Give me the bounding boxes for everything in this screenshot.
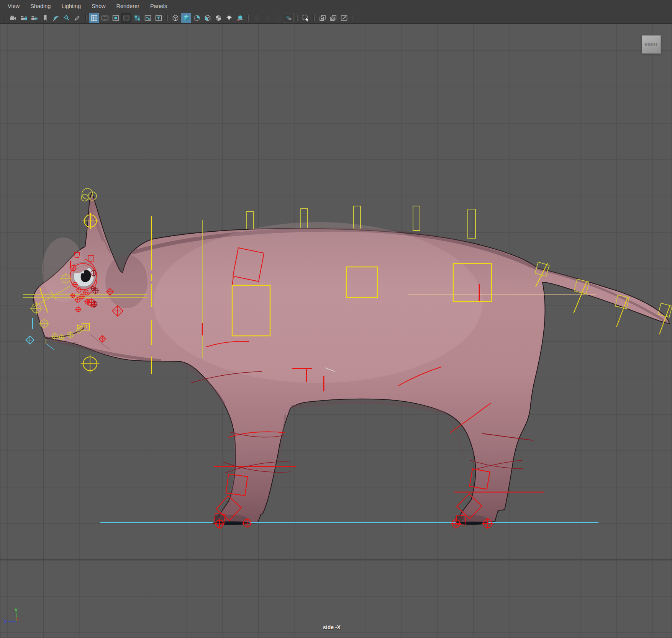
isolate-select-icon: [302, 14, 310, 22]
toolbar-separator: [85, 15, 87, 21]
smooth-shade-icon: [182, 14, 190, 22]
motion-blur-button[interactable]: [262, 13, 272, 23]
toolbar-separator: [297, 15, 298, 21]
frame-selected-icon: [63, 14, 70, 22]
safe-title-icon: [155, 14, 162, 22]
tear-off-copy-icon: [319, 14, 326, 22]
safe-action-button[interactable]: [143, 13, 153, 23]
camera-button[interactable]: [8, 13, 18, 23]
textured-icon: [204, 14, 211, 22]
menu-show[interactable]: Show: [86, 0, 111, 12]
shadows-button[interactable]: [235, 13, 245, 23]
menu-renderer[interactable]: Renderer: [111, 0, 144, 12]
smooth-shade-button[interactable]: [181, 13, 191, 23]
view-cube-label: RIGHT: [644, 42, 658, 47]
textured-button[interactable]: [203, 13, 213, 23]
wireframe-on-shaded-icon: [193, 14, 201, 22]
maya-panel: ViewShadingLightingShowRendererPanels: [0, 0, 672, 638]
menu-lighting[interactable]: Lighting: [56, 0, 86, 12]
field-chart-icon: [133, 14, 141, 22]
toolbar-separator: [352, 15, 353, 21]
spine-rect-control[interactable]: [413, 206, 420, 231]
multisampling-icon: [285, 14, 293, 22]
safe-action-icon: [144, 14, 152, 22]
axis-z-label: z: [4, 618, 7, 624]
camera-attributes-button[interactable]: [30, 13, 39, 23]
camera-attributes-icon: [31, 14, 38, 22]
isolate-select-button[interactable]: [301, 13, 311, 23]
camera-label: side -X: [301, 624, 362, 630]
use-default-material-icon: [215, 14, 222, 22]
axis-x-label: x: [16, 617, 19, 621]
film-gate-icon: [101, 14, 109, 22]
bookmark-button[interactable]: [40, 13, 50, 23]
grease-pencil-button[interactable]: [72, 13, 82, 23]
field-chart-button[interactable]: [132, 13, 142, 23]
shadows-icon: [236, 14, 244, 22]
menu-shading[interactable]: Shading: [25, 0, 56, 12]
crosshair-control[interactable]: [81, 355, 100, 373]
lock-camera-button[interactable]: [19, 13, 29, 23]
screen-space-ao-icon: [253, 14, 261, 22]
toolbar-separator: [313, 15, 315, 21]
resolution-gate-button[interactable]: [111, 13, 121, 23]
tear-off-copy-button[interactable]: [318, 13, 328, 23]
two-sided-lighting-icon: [52, 14, 60, 22]
diamond-control[interactable]: [26, 336, 34, 344]
anti-aliasing-icon: [274, 14, 282, 22]
tear-off-button[interactable]: [328, 13, 338, 23]
screen-space-ao-button[interactable]: [252, 13, 262, 23]
grease-pencil-icon: [74, 14, 81, 22]
pig-model[interactable]: [33, 193, 669, 523]
menu-view[interactable]: View: [2, 0, 25, 12]
rig-line[interactable]: [47, 344, 54, 350]
lighting-button[interactable]: [224, 13, 234, 23]
anti-aliasing-button[interactable]: [273, 13, 283, 23]
camera-icon: [9, 14, 17, 22]
axis-indicator: y z x: [4, 607, 19, 624]
scene-canvas[interactable]: y z x: [0, 24, 672, 638]
grid-button[interactable]: [89, 13, 99, 23]
frame-selected-button[interactable]: [62, 13, 72, 23]
pig-shading: [34, 207, 667, 523]
single-pane-layout-button[interactable]: [339, 13, 349, 23]
use-default-material-button[interactable]: [213, 13, 223, 23]
gate-mask-button[interactable]: [121, 13, 131, 23]
wireframe-on-shaded-button[interactable]: [192, 13, 202, 23]
resolution-gate-icon: [112, 14, 120, 22]
single-pane-layout-icon: [340, 14, 348, 22]
panel-toolbar: [0, 12, 672, 24]
film-gate-button[interactable]: [100, 13, 110, 23]
axis-y-label: y: [15, 607, 18, 612]
safe-title-button[interactable]: [154, 13, 164, 23]
multisampling-button[interactable]: [284, 13, 294, 23]
bookmark-icon: [41, 14, 49, 22]
two-sided-lighting-button[interactable]: [51, 13, 61, 23]
viewport-3d[interactable]: y z x RIGHT side -X: [0, 24, 672, 638]
spine-rect-control[interactable]: [468, 209, 475, 238]
motion-blur-icon: [264, 14, 271, 22]
panel-menu-bar: ViewShadingLightingShowRendererPanels: [0, 0, 672, 12]
toolbar-separator: [166, 15, 168, 21]
grid-icon: [90, 14, 98, 22]
menu-panels[interactable]: Panels: [145, 0, 172, 12]
lighting-icon: [225, 14, 233, 22]
wireframe-button[interactable]: [170, 13, 180, 23]
toolbar-separator: [247, 15, 249, 21]
toolbar-separator: [4, 15, 5, 21]
gate-mask-icon: [123, 14, 130, 22]
lock-camera-icon: [20, 14, 28, 22]
view-cube[interactable]: RIGHT: [642, 35, 661, 54]
wireframe-icon: [172, 14, 179, 22]
tear-off-icon: [329, 14, 337, 22]
ear-control-scribble[interactable]: [81, 194, 88, 201]
